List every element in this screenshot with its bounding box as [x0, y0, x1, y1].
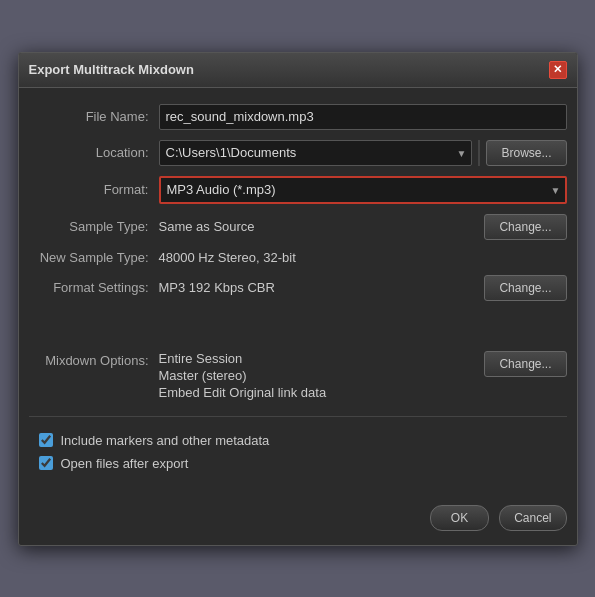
divider — [478, 140, 480, 166]
sample-type-row: Sample Type: Same as Source Change... — [29, 214, 567, 240]
export-dialog: Export Multitrack Mixdown ✕ File Name: L… — [18, 52, 578, 546]
markers-checkbox[interactable] — [39, 433, 53, 447]
open-files-checkbox-row: Open files after export — [39, 456, 567, 471]
new-sample-type-label: New Sample Type: — [29, 250, 159, 265]
open-files-checkbox[interactable] — [39, 456, 53, 470]
mixdown-options-label: Mixdown Options: — [29, 351, 159, 368]
ok-button[interactable]: OK — [430, 505, 489, 531]
mixdown-line1: Entire Session — [159, 351, 485, 366]
location-select[interactable]: C:\Users\1\Documents — [159, 140, 473, 166]
mixdown-options-row: Mixdown Options: Entire Session Master (… — [29, 351, 567, 400]
format-settings-row: Format Settings: MP3 192 Kbps CBR Change… — [29, 275, 567, 301]
sample-type-value: Same as Source — [159, 219, 485, 234]
change-sample-button[interactable]: Change... — [484, 214, 566, 240]
location-wrapper: C:\Users\1\Documents ▼ — [159, 140, 473, 166]
dialog-content: File Name: Location: C:\Users\1\Document… — [19, 88, 577, 491]
new-sample-type-row: New Sample Type: 48000 Hz Stereo, 32-bit — [29, 250, 567, 265]
close-button[interactable]: ✕ — [549, 61, 567, 79]
format-select[interactable]: MP3 Audio (*.mp3) — [159, 176, 567, 204]
checkboxes-section: Include markers and other metadata Open … — [29, 433, 567, 479]
format-label: Format: — [29, 182, 159, 197]
format-settings-value: MP3 192 Kbps CBR — [159, 280, 485, 295]
file-name-input[interactable] — [159, 104, 567, 130]
open-files-label: Open files after export — [61, 456, 189, 471]
location-row: Location: C:\Users\1\Documents ▼ Browse.… — [29, 140, 567, 166]
mixdown-options-values: Entire Session Master (stereo) Embed Edi… — [159, 351, 485, 400]
file-name-label: File Name: — [29, 109, 159, 124]
format-wrapper: MP3 Audio (*.mp3) ▼ — [159, 176, 567, 204]
format-row: Format: MP3 Audio (*.mp3) ▼ — [29, 176, 567, 204]
location-label: Location: — [29, 145, 159, 160]
markers-label: Include markers and other metadata — [61, 433, 270, 448]
file-name-row: File Name: — [29, 104, 567, 130]
bottom-buttons: OK Cancel — [19, 495, 577, 545]
change-format-button[interactable]: Change... — [484, 275, 566, 301]
dialog-title: Export Multitrack Mixdown — [29, 62, 194, 77]
browse-button[interactable]: Browse... — [486, 140, 566, 166]
change-mixdown-button[interactable]: Change... — [484, 351, 566, 377]
format-settings-label: Format Settings: — [29, 280, 159, 295]
mixdown-line2: Master (stereo) — [159, 368, 485, 383]
markers-checkbox-row: Include markers and other metadata — [39, 433, 567, 448]
title-bar: Export Multitrack Mixdown ✕ — [19, 53, 577, 88]
sample-type-label: Sample Type: — [29, 219, 159, 234]
spacer — [29, 311, 567, 351]
new-sample-type-value: 48000 Hz Stereo, 32-bit — [159, 250, 567, 265]
section-divider — [29, 416, 567, 417]
mixdown-line3: Embed Edit Original link data — [159, 385, 485, 400]
cancel-button[interactable]: Cancel — [499, 505, 566, 531]
